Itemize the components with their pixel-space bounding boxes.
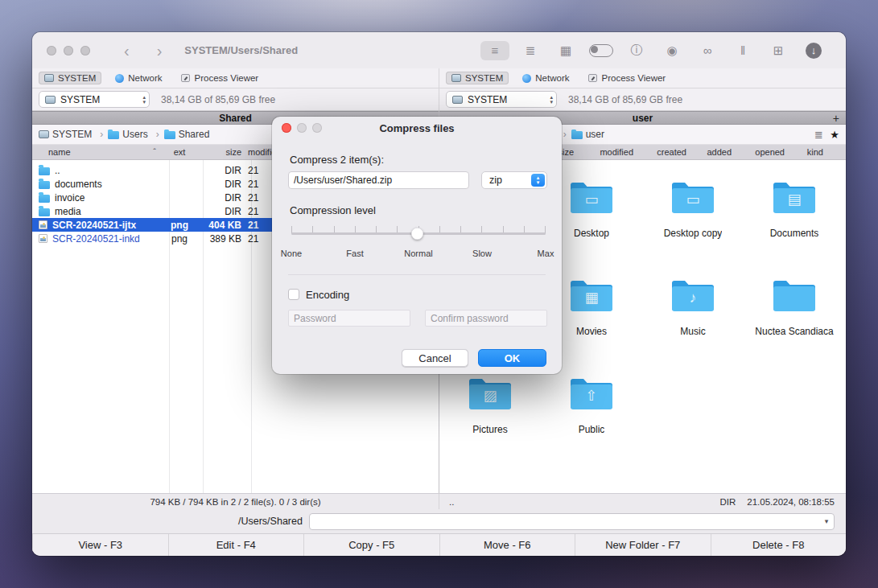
left-pane-tabs: SYSTEM Network Process Viewer — [32, 68, 439, 88]
status-kind: DIR — [719, 497, 736, 507]
slider-thumb[interactable] — [411, 228, 423, 240]
download-icon[interactable]: ↓ — [799, 41, 828, 60]
pane-title: Shared — [219, 113, 252, 124]
folder-icon: ♪ — [670, 278, 716, 315]
crumb-icon — [571, 131, 583, 139]
favorites-star-icon[interactable] — [830, 129, 839, 141]
breadcrumb-item[interactable]: Users — [108, 129, 163, 140]
drive-selector[interactable]: SYSTEM — [446, 91, 557, 108]
tab[interactable]: SYSTEM — [446, 72, 509, 84]
folder-item[interactable]: ♪ Music — [642, 266, 744, 364]
fkey-button[interactable]: Edit - F4 — [168, 534, 304, 556]
archive-path-input[interactable] — [288, 171, 469, 189]
tab[interactable]: Process Viewer — [583, 72, 671, 84]
fkey-button[interactable]: View - F3 — [32, 534, 168, 556]
back-button[interactable]: ‹ — [121, 43, 133, 59]
minimize-button[interactable] — [64, 46, 73, 56]
column-created[interactable]: created — [633, 147, 686, 157]
view-detail-icon[interactable]: ≣ — [516, 41, 545, 60]
image-file-icon — [39, 220, 47, 229]
fkey-button[interactable]: Move - F6 — [439, 534, 575, 556]
folder-glyph-icon: ♪ — [670, 290, 716, 306]
dialog-traffic-lights — [282, 123, 322, 133]
column-size[interactable]: size — [196, 147, 245, 157]
column-opened[interactable]: opened — [732, 147, 785, 157]
command-line-input[interactable] — [310, 516, 819, 527]
compression-slider[interactable]: None Fast Normal Slow Max — [272, 221, 562, 261]
fkey-button[interactable]: New Folder - F7 — [575, 534, 711, 556]
folder-item[interactable]: ▤ Documents — [744, 168, 845, 266]
folder-item[interactable]: ▨ Pictures — [439, 364, 541, 463]
add-tab-button[interactable]: + — [833, 112, 839, 125]
view-list-icon[interactable]: ≡ — [480, 41, 509, 60]
fkey-button[interactable]: Copy - F5 — [303, 534, 439, 556]
slider-labels: None Fast Normal Slow Max — [291, 249, 546, 260]
encoding-checkbox[interactable] — [288, 289, 299, 300]
toolbar: ≡ ≣ ▦ — [480, 41, 846, 60]
breadcrumb-item[interactable]: Shared — [164, 129, 210, 140]
tab[interactable]: Network — [109, 72, 167, 84]
preview-eye-icon[interactable]: ◉ — [657, 41, 686, 60]
history-chevron-icon[interactable] — [819, 517, 834, 525]
tab[interactable]: Process Viewer — [175, 72, 264, 84]
slider-label: Normal — [404, 249, 432, 258]
crumb-icon — [39, 130, 49, 138]
drive-selector[interactable]: SYSTEM — [39, 91, 150, 108]
tab[interactable]: SYSTEM — [39, 72, 101, 84]
compression-level-label: Compression level — [290, 204, 376, 216]
column-kind[interactable]: kind — [785, 147, 823, 157]
dual-pane-toggle[interactable] — [587, 41, 616, 60]
format-value: zip — [489, 175, 502, 186]
pane-title: user — [633, 113, 653, 124]
view-menu-icon[interactable] — [814, 129, 823, 141]
folder-glyph-icon: ▨ — [467, 388, 513, 404]
folder-icon — [39, 167, 50, 175]
titlebar: ‹ › SYSTEM/Users/Shared ≡ ≣ ▦ — [32, 32, 846, 68]
forward-button[interactable]: › — [154, 43, 166, 59]
cancel-button[interactable]: Cancel — [402, 349, 468, 367]
crumb-icon — [108, 131, 119, 139]
format-dropdown[interactable]: zip — [481, 171, 547, 189]
tab-icon — [588, 74, 597, 82]
dropdown-chevrons-icon — [142, 95, 146, 105]
crumb-icon — [164, 131, 175, 139]
toggle-pill-icon — [589, 44, 613, 57]
folder-item[interactable]: ▭ Desktop copy — [642, 168, 744, 266]
folder-item[interactable]: ⇧ Public — [541, 364, 642, 463]
compress-dialog: Compress files Compress 2 item(s): zip C… — [272, 117, 562, 374]
ok-button[interactable]: OK — [478, 349, 546, 367]
column-added[interactable]: added — [686, 147, 732, 157]
slider-label: Fast — [346, 249, 363, 258]
column-ext[interactable]: ext — [163, 147, 196, 157]
connections-icon[interactable]: ⊞ — [764, 41, 793, 60]
folder-glyph-icon: ▤ — [771, 191, 818, 208]
column-name[interactable]: name ˆ — [32, 147, 163, 157]
password-input[interactable] — [288, 310, 410, 327]
column-modified[interactable]: modified — [574, 147, 633, 157]
folder-icon — [39, 208, 50, 216]
desktop: ‹ › SYSTEM/Users/Shared ≡ ≣ ▦ — [0, 0, 878, 588]
breadcrumb-item[interactable]: SYSTEM — [39, 129, 108, 140]
close-button[interactable] — [47, 46, 56, 56]
view-grid-icon[interactable]: ▦ — [551, 41, 580, 60]
command-line-box — [309, 513, 835, 530]
confirm-password-input[interactable] — [425, 310, 547, 327]
dialog-minimize-button[interactable] — [297, 123, 307, 133]
folder-icon: ▨ — [467, 376, 513, 413]
zoom-button[interactable] — [80, 46, 90, 56]
search-binoculars-icon[interactable]: ∞ — [693, 41, 722, 60]
breadcrumb-item[interactable]: user — [571, 129, 604, 140]
image-file-icon — [39, 234, 47, 243]
compress-prompt: Compress 2 item(s): — [290, 154, 384, 166]
queue-pause-icon[interactable]: ‖ — [728, 41, 757, 60]
info-icon[interactable]: ⓘ — [622, 41, 651, 60]
folder-icon: ▭ — [670, 179, 716, 216]
sort-ascending-icon: ˆ — [153, 147, 156, 157]
folder-item[interactable]: Nuctea Scandiaca — [744, 266, 845, 364]
dialog-zoom-button[interactable] — [312, 123, 322, 133]
fkey-button[interactable]: Delete - F8 — [711, 534, 847, 556]
dialog-close-button[interactable] — [282, 123, 291, 133]
folder-icon: ▦ — [568, 278, 615, 315]
tab-icon — [451, 74, 461, 82]
tab[interactable]: Network — [517, 72, 575, 84]
